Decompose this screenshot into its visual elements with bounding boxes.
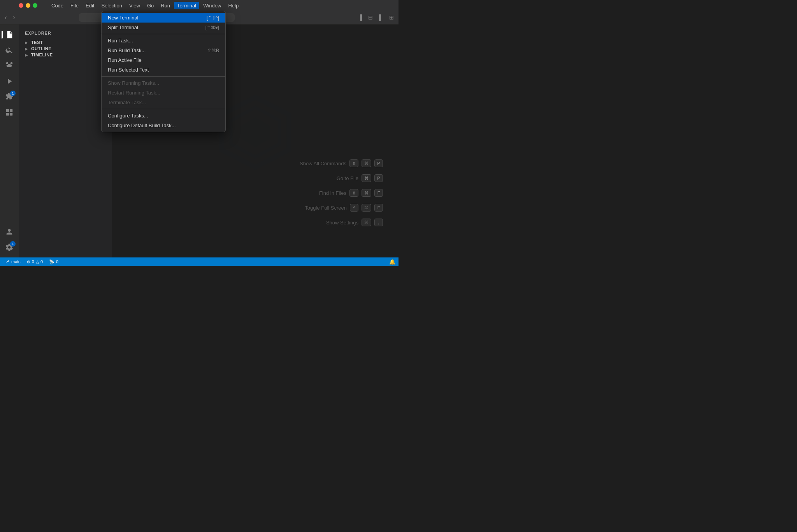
tree-item-timeline[interactable]: ▶ TIMELINE [19,52,112,58]
shortcut-show-settings-label: Show Settings [326,220,358,226]
kbd-shift-3: ⇧ [349,189,358,197]
status-branch[interactable]: ⎇ main [3,259,22,264]
kbd-ctrl-4: ^ [350,204,358,212]
branch-icon: ⎇ [5,259,10,264]
tree-item-test[interactable]: ▶ TEST [19,39,112,46]
show-running-tasks-label: Show Running Tasks... [108,80,211,86]
menu-item-run-selected-text[interactable]: Run Selected Text [102,65,225,75]
tree-item-outline[interactable]: ▶ OUTLINE [19,46,112,52]
back-button[interactable]: ‹ [3,13,8,22]
kbd-cmd-5: ⌘ [362,219,371,226]
menu-help[interactable]: Help [225,2,242,9]
menu-run[interactable]: Run [158,2,173,9]
restart-running-task-label: Restart Running Task... [108,90,211,96]
sidebar-item-explorer[interactable] [2,28,16,42]
shortcut-toggle-fullscreen-label: Toggle Full Screen [305,205,347,211]
sidebar-item-extensions[interactable]: 1 [2,90,16,104]
menu-file[interactable]: File [67,2,82,9]
sidebar-title: EXPLORER [25,31,51,35]
kbd-f-4: F [374,204,383,212]
error-icon: ⊗ [27,259,30,264]
minimize-button[interactable] [26,3,30,8]
remote-count: 0 [56,259,58,264]
menu-item-restart-running-task[interactable]: Restart Running Task... [102,88,225,98]
menu-item-run-active-file[interactable]: Run Active File [102,55,225,65]
settings-icon[interactable]: 1 [2,240,16,254]
forward-button[interactable]: › [11,13,16,22]
run-task-label: Run Task... [108,38,211,44]
warning-icon: △ [36,259,39,264]
svg-rect-1 [10,109,12,112]
activity-bar: 1 1 [0,24,19,257]
svg-rect-3 [10,113,12,116]
svg-rect-2 [6,113,9,116]
menu-item-terminate-task[interactable]: Terminate Task... [102,98,225,107]
menu-item-show-running-tasks[interactable]: Show Running Tasks... [102,78,225,88]
activity-bar-bottom: 1 [2,225,16,254]
remote-icon: 📡 [49,259,54,264]
tree-label-outline: OUTLINE [31,46,51,51]
menu-terminal[interactable]: Terminal [174,2,199,9]
kbd-cmd-1: ⌘ [362,159,371,167]
menu-item-run-task[interactable]: Run Task... [102,36,225,46]
sidebar-item-search[interactable] [2,43,16,57]
new-terminal-shortcut: [⌃⇧^] [207,15,219,21]
menu-selection[interactable]: Selection [98,2,125,9]
kbd-shift-1: ⇧ [349,159,358,167]
menu-item-configure-default-build-task[interactable]: Configure Default Build Task... [102,121,225,130]
vscode-logo [216,93,294,189]
sidebar-toggle-icon[interactable]: ▐ [356,14,363,21]
menu-code[interactable]: Code [48,2,67,9]
tree-arrow-timeline: ▶ [25,53,30,57]
split-terminal-shortcut: [⌃⌘¥] [205,25,219,30]
shortcut-show-all-commands: Show All Commands ⇧ ⌘ P [300,159,383,167]
menu-edit[interactable]: Edit [83,2,97,9]
panel-right-icon[interactable]: ▌ [377,14,384,21]
menu-window[interactable]: Window [200,2,224,9]
kbd-cmd-4: ⌘ [362,204,371,212]
shortcut-find-in-files-label: Find in Files [319,190,346,196]
sidebar-header: EXPLORER ··· [19,24,112,39]
separator-2 [102,76,225,77]
menu-item-split-terminal[interactable]: Split Terminal [⌃⌘¥] [102,23,225,32]
run-build-task-shortcut: ⇧⌘B [207,48,219,53]
sidebar-item-run-debug[interactable] [2,74,16,88]
menu-bar: Code File Edit Selection View Go Run Ter… [48,2,394,9]
sidebar-item-source-control[interactable] [2,59,16,73]
separator-1 [102,34,225,34]
tree-arrow-outline: ▶ [25,47,30,51]
sidebar-item-remote[interactable] [2,105,16,119]
accounts-icon[interactable] [2,225,16,239]
new-terminal-label: New Terminal [108,15,199,21]
close-button[interactable] [19,3,23,8]
warning-count: 0 [40,259,43,264]
layout-icon[interactable]: ⊞ [388,14,395,21]
kbd-f-3: F [374,189,383,197]
run-build-task-label: Run Build Task... [108,47,200,53]
run-selected-text-label: Run Selected Text [108,67,211,73]
menu-item-run-build-task[interactable]: Run Build Task... ⇧⌘B [102,46,225,55]
tree-label-test: TEST [31,40,43,45]
terminate-task-label: Terminate Task... [108,100,211,105]
menu-item-new-terminal[interactable]: New Terminal [⌃⇧^] [102,13,225,23]
svg-marker-6 [240,117,270,147]
maximize-button[interactable] [33,3,37,8]
menu-view[interactable]: View [126,2,143,9]
separator-3 [102,109,225,109]
kbd-p-1: P [374,159,383,167]
panel-layout-icon[interactable]: ⊟ [367,14,374,21]
run-active-file-label: Run Active File [108,57,211,63]
menu-item-configure-tasks[interactable]: Configure Tasks... [102,111,225,121]
keyboard-shortcuts: Show All Commands ⇧ ⌘ P Go to File ⌘ P F… [300,159,383,226]
terminal-dropdown-menu: New Terminal [⌃⇧^] Split Terminal [⌃⌘¥] … [101,11,226,132]
menu-go[interactable]: Go [144,2,157,9]
header-icons: ▐ ⊟ ▌ ⊞ [356,14,395,21]
status-bar-right: 🔔 [388,259,395,265]
status-remote[interactable]: 📡 0 [47,259,60,264]
status-bar: ⎇ main ⊗ 0 △ 0 📡 0 🔔 [0,257,398,266]
shortcut-toggle-fullscreen: Toggle Full Screen ^ ⌘ F [305,204,383,212]
kbd-cmd-2: ⌘ [362,174,371,182]
settings-badge: 1 [10,241,16,247]
notification-bell-icon[interactable]: 🔔 [389,259,395,265]
status-errors[interactable]: ⊗ 0 △ 0 [25,259,44,264]
